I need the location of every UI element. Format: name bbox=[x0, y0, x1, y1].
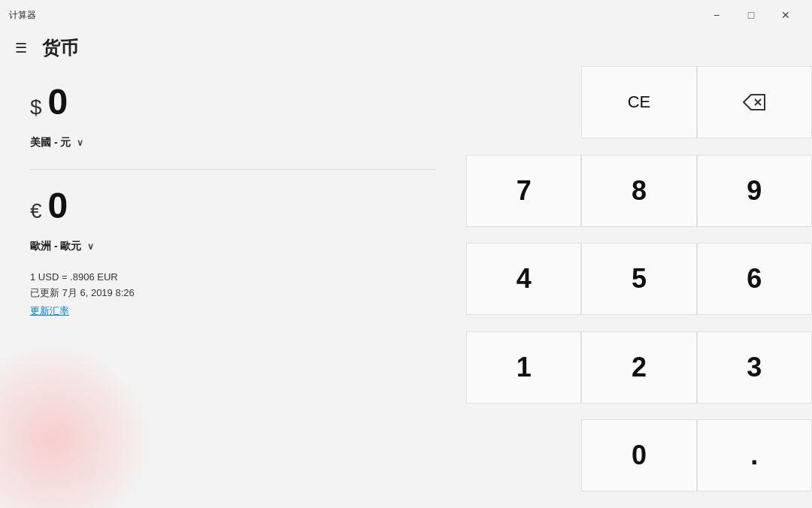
button-dot[interactable]: . bbox=[697, 419, 812, 491]
maximize-button[interactable]: □ bbox=[734, 3, 768, 27]
from-currency-symbol: $ bbox=[30, 95, 42, 119]
main-content: $ 0 美國 - 元 ∨ € 0 歐洲 - 歐元 ∨ 1 USD = .8906… bbox=[0, 66, 812, 508]
from-currency-label: 美國 - 元 bbox=[30, 136, 71, 150]
page-title: 货币 bbox=[42, 36, 78, 60]
to-currency-number: 0 bbox=[48, 185, 68, 226]
calc-empty-bottom-left bbox=[466, 419, 581, 491]
to-currency-chevron-icon: ∨ bbox=[87, 241, 94, 252]
title-bar: 计算器 − □ ✕ bbox=[0, 0, 812, 30]
button-1[interactable]: 1 bbox=[466, 331, 581, 404]
app-title: 计算器 bbox=[9, 9, 36, 22]
backspace-button[interactable] bbox=[697, 66, 812, 138]
to-currency-block: € 0 歐洲 - 歐元 ∨ bbox=[30, 185, 436, 258]
button-9[interactable]: 9 bbox=[697, 155, 812, 227]
exchange-rate-line2: 已更新 7月 6, 2019 8:26 bbox=[30, 286, 436, 301]
button-0[interactable]: 0 bbox=[581, 419, 696, 491]
ce-button[interactable]: CE bbox=[581, 66, 696, 138]
header: ☰ 货币 bbox=[0, 30, 812, 66]
close-button[interactable]: ✕ bbox=[768, 3, 803, 27]
calc-empty-top-left bbox=[466, 66, 581, 138]
menu-icon[interactable]: ☰ bbox=[15, 40, 27, 56]
exchange-rate-line1: 1 USD = .8906 EUR bbox=[30, 270, 436, 286]
to-currency-value: € 0 bbox=[30, 185, 436, 226]
button-6[interactable]: 6 bbox=[697, 243, 812, 315]
from-currency-selector[interactable]: 美國 - 元 ∨ bbox=[30, 132, 436, 154]
to-currency-symbol: € bbox=[30, 199, 42, 223]
button-2[interactable]: 2 bbox=[581, 331, 696, 404]
minimize-button[interactable]: − bbox=[699, 3, 734, 27]
left-panel: $ 0 美國 - 元 ∨ € 0 歐洲 - 歐元 ∨ 1 USD = .8906… bbox=[0, 66, 466, 508]
from-currency-block: $ 0 美國 - 元 ∨ bbox=[30, 81, 436, 154]
update-rate-link[interactable]: 更新汇率 bbox=[30, 304, 69, 318]
to-currency-label: 歐洲 - 歐元 bbox=[30, 240, 81, 253]
from-currency-number: 0 bbox=[48, 81, 68, 122]
from-currency-chevron-icon: ∨ bbox=[77, 138, 83, 148]
button-4[interactable]: 4 bbox=[466, 243, 581, 315]
to-currency-selector[interactable]: 歐洲 - 歐元 ∨ bbox=[30, 235, 436, 258]
exchange-info: 1 USD = .8906 EUR 已更新 7月 6, 2019 8:26 更新… bbox=[30, 270, 436, 318]
button-5[interactable]: 5 bbox=[581, 243, 696, 315]
from-currency-value: $ 0 bbox=[30, 81, 436, 122]
calc-grid: CE 7 8 9 4 5 6 1 2 3 bbox=[466, 66, 812, 508]
currency-divider bbox=[30, 169, 436, 170]
button-8[interactable]: 8 bbox=[581, 155, 696, 227]
right-panel: CE 7 8 9 4 5 6 1 2 3 bbox=[466, 66, 812, 508]
backspace-icon bbox=[742, 92, 766, 113]
title-bar-left: 计算器 bbox=[9, 9, 36, 22]
title-controls: − □ ✕ bbox=[699, 3, 803, 27]
button-3[interactable]: 3 bbox=[697, 331, 812, 404]
button-7[interactable]: 7 bbox=[466, 155, 581, 227]
